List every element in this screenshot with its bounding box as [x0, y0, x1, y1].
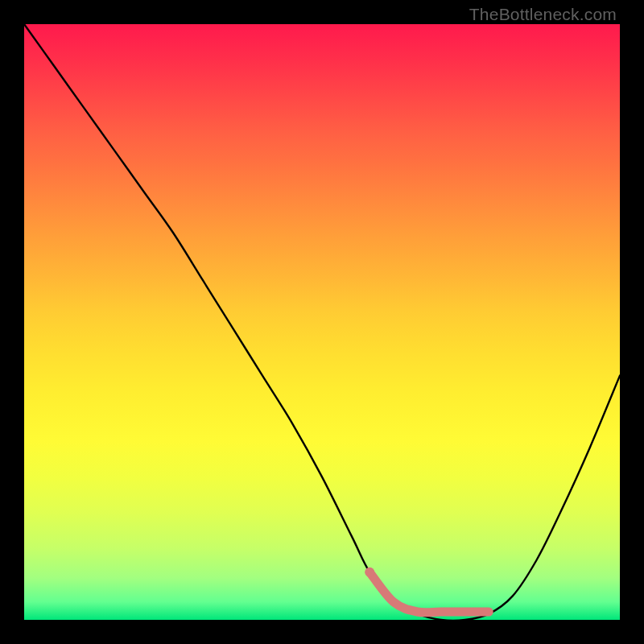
valley-highlight	[369, 572, 489, 613]
chart-frame: TheBottleneck.com	[0, 0, 644, 644]
bottleneck-curve	[24, 24, 620, 620]
plot-area	[24, 24, 620, 620]
curve-path	[24, 24, 620, 621]
attribution-text: TheBottleneck.com	[469, 5, 617, 24]
valley-highlight-dot	[365, 568, 374, 577]
